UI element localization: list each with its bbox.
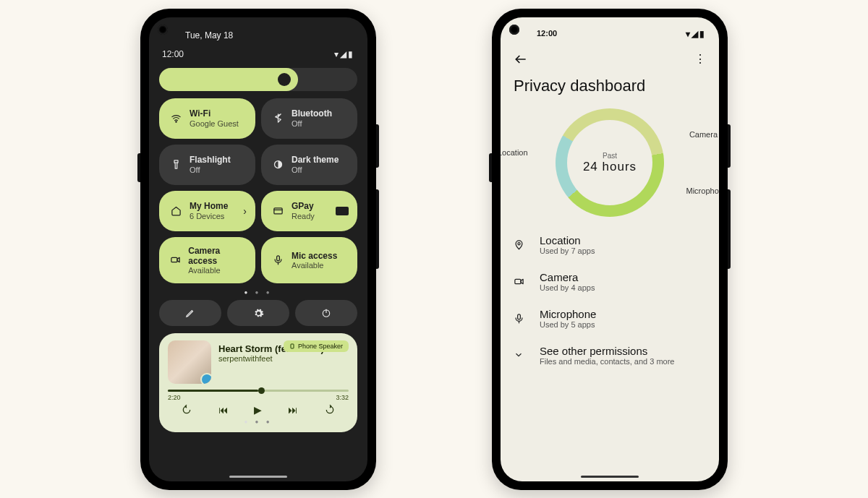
tile-camera-access[interactable]: Camera access Available [159,237,255,284]
tile-title: My Home [190,201,228,211]
tile-subtitle: 6 Devices [190,212,228,220]
svg-rect-25 [518,314,521,319]
segment-label-camera: Camera [689,130,718,139]
svg-rect-12 [273,208,281,214]
date-label: Tue, May 18 [185,30,357,40]
see-other-permissions[interactable]: See other permissions Files and media, c… [514,345,706,366]
tile-subtitle: Ready [292,212,315,220]
svg-line-8 [286,76,287,77]
svg-rect-16 [276,256,279,261]
tile-bluetooth[interactable]: Bluetooth Off [261,98,357,139]
home-indicator[interactable] [229,476,287,478]
svg-marker-15 [177,258,179,262]
mic-icon [271,254,284,265]
page-dots[interactable]: ● ● ● [159,289,357,296]
tile-home[interactable]: My Home 6 Devices › [159,191,255,231]
tile-wifi[interactable]: Wi-Fi Google Guest [159,98,255,139]
svg-rect-20 [291,344,294,348]
perm-subtitle: Used by 7 apps [540,246,595,255]
svg-point-9 [175,121,176,122]
tile-subtitle: Google Guest [190,119,239,128]
svg-line-6 [286,82,287,82]
play-button[interactable]: ▶ [254,404,262,416]
album-art[interactable] [168,340,211,384]
tile-title: Wi-Fi [190,108,239,119]
bluetooth-icon [271,113,284,124]
front-camera-hole [158,25,168,35]
tile-gpay[interactable]: GPay Ready [261,191,357,231]
svg-rect-23 [515,279,521,283]
wifi-icon [169,113,182,124]
chevron-right-icon: › [243,205,247,217]
card-icon [336,207,349,215]
tile-title: Bluetooth [292,108,332,119]
tile-subtitle: Available [188,266,245,275]
perm-subtitle: Used by 5 apps [540,320,596,329]
back-button[interactable] [514,52,528,66]
item-microphone[interactable]: Microphone Used by 5 apps [514,308,706,329]
output-chip[interactable]: Phone Speaker [284,340,349,352]
item-camera[interactable]: Camera Used by 4 apps [514,271,706,292]
svg-line-5 [281,76,281,77]
overflow-menu-icon[interactable]: ⋮ [694,52,706,66]
tile-title: Camera access [188,246,245,267]
segment-label-location: Location [501,148,528,157]
forward-button[interactable] [324,404,336,416]
tile-subtitle: Available [292,261,337,270]
page-title: Privacy dashboard [514,77,706,95]
brightness-icon [278,73,291,86]
perm-title: Microphone [540,308,596,320]
status-icons: ▾◢▮ [686,29,706,39]
perm-title: Location [540,234,595,246]
front-camera-hole [509,25,519,35]
home-icon [169,205,182,216]
phone-quick-settings: Tue, May 18 12:00 ▾◢▮ Wi-Fi Google Guest… [140,9,376,490]
location-icon [514,239,527,250]
usage-donut-chart: Camera Microphone Location Past 24 hours [514,108,706,217]
previous-button[interactable]: ⏮ [218,404,229,416]
seek-bar[interactable] [168,390,349,392]
tile-title: Dark theme [292,155,339,165]
svg-line-7 [281,82,281,82]
item-location[interactable]: Location Used by 7 apps [514,234,706,255]
tile-subtitle: Off [190,166,231,174]
home-indicator[interactable] [581,476,639,478]
perm-title: Camera [540,271,595,283]
power-button[interactable] [295,300,357,326]
brightness-slider[interactable] [159,68,357,91]
media-page-dots[interactable]: ● ● ● [168,418,349,425]
tile-subtitle: Off [292,166,339,174]
svg-point-22 [518,242,520,244]
segment-label-microphone: Microphone [686,186,719,195]
tile-title: Flashlight [190,155,231,165]
perm-subtitle: Used by 4 apps [540,283,595,292]
edit-button[interactable] [159,300,221,326]
tile-title: Mic access [292,251,337,261]
clock-label: 12:00 [537,29,557,39]
flashlight-icon [169,159,182,170]
media-card: Phone Speaker Heart Storm (feat. NAO) se… [159,333,357,432]
rewind-button[interactable] [181,404,192,416]
svg-point-0 [282,77,286,81]
tile-flashlight[interactable]: Flashlight Off [159,145,255,185]
time-elapsed: 2:20 [168,394,181,401]
next-button[interactable]: ⏭ [288,404,298,416]
svg-marker-24 [521,279,523,283]
tile-subtitle: Off [292,119,332,128]
tile-mic-access[interactable]: Mic access Available [261,237,357,284]
time-total: 3:32 [336,394,349,401]
tile-dark-theme[interactable]: Dark theme Off [261,145,357,185]
track-artist: serpentwithfeet [218,354,324,363]
clock-label: 12:00 [162,49,184,59]
status-icons: ▾◢▮ [334,49,354,59]
chevron-down-icon [514,350,527,360]
svg-rect-14 [171,258,176,262]
mic-icon [514,313,527,324]
gpay-icon [271,205,284,216]
camera-icon [169,254,181,265]
phone-privacy-dashboard: 12:00 ▾◢▮ ⋮ Privacy dashboard Camera Mic… [492,9,728,490]
settings-button[interactable] [227,300,289,326]
darktheme-icon [271,159,284,170]
camera-icon [514,276,527,287]
tile-title: GPay [292,201,315,211]
